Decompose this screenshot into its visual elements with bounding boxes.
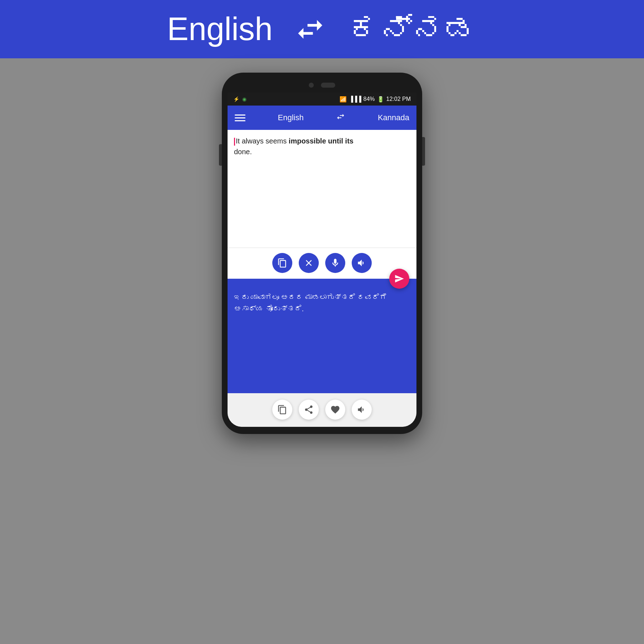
front-camera xyxy=(309,83,314,88)
app-screen: English Kannada It always seems impossib… xyxy=(228,106,416,427)
app-header: English Kannada xyxy=(228,106,416,130)
app-target-lang[interactable]: Kannada xyxy=(378,113,409,122)
menu-button[interactable] xyxy=(235,114,245,121)
favorite-button[interactable] xyxy=(325,400,345,420)
signal-icon: ▐▐▐ xyxy=(349,96,361,102)
hamburger-line-2 xyxy=(235,117,245,118)
battery-icon: 🔋 xyxy=(377,96,384,103)
phone-notch xyxy=(228,80,416,93)
speaker-input-button[interactable] xyxy=(352,253,372,273)
input-area[interactable]: It always seems impossible until itsdone… xyxy=(228,130,416,248)
top-banner: English ಕನ್ನಡ xyxy=(0,0,644,58)
output-text: ಇದು ಯಾವಾಗಲೂ ಅದರ ಮಾಡಲಾಗುತ್ತದೆ ರವರೆಗೆ ಅಸಾಧ… xyxy=(234,292,410,314)
hamburger-line-1 xyxy=(235,114,245,116)
speaker-output-button[interactable] xyxy=(352,400,372,420)
output-area: ಇದು ಯಾವಾಗಲೂ ಅದರ ಮಾಡಲಾಗುತ್ತದೆ ರವರೆಗೆ ಅಸಾಧ… xyxy=(228,279,416,393)
battery-percent: 84% xyxy=(363,96,375,102)
wifi-icon: 📶 xyxy=(340,96,347,103)
action-buttons-row xyxy=(228,248,416,279)
clear-button[interactable] xyxy=(299,253,319,273)
app-source-lang[interactable]: English xyxy=(278,113,304,122)
mic-button[interactable] xyxy=(325,253,345,273)
bottom-buttons-row xyxy=(228,393,416,427)
status-left-icons: ⚡ ◉ xyxy=(233,96,247,102)
share-button[interactable] xyxy=(299,400,319,420)
text-cursor xyxy=(234,138,235,146)
volume-button xyxy=(219,144,222,166)
status-app-icon: ◉ xyxy=(242,96,247,102)
banner-target-lang[interactable]: ಕನ್ನಡ xyxy=(348,11,477,48)
power-button xyxy=(422,137,425,166)
input-text[interactable]: It always seems impossible until itsdone… xyxy=(234,136,410,157)
banner-source-lang[interactable]: English xyxy=(167,11,273,48)
status-bar: ⚡ ◉ 📶 ▐▐▐ 84% 🔋 12:02 PM xyxy=(228,93,416,106)
status-right-info: 📶 ▐▐▐ 84% 🔋 12:02 PM xyxy=(340,96,411,103)
translate-button[interactable] xyxy=(389,269,409,289)
clipboard-button[interactable] xyxy=(272,253,292,273)
banner-swap-icon[interactable] xyxy=(294,13,326,45)
phone-device: ⚡ ◉ 📶 ▐▐▐ 84% 🔋 12:02 PM Engli xyxy=(222,73,422,434)
clock: 12:02 PM xyxy=(386,96,411,102)
hamburger-line-3 xyxy=(235,120,245,121)
usb-icon: ⚡ xyxy=(233,96,239,102)
earpiece xyxy=(321,83,335,88)
app-swap-icon[interactable] xyxy=(336,112,345,123)
background-area: ⚡ ◉ 📶 ▐▐▐ 84% 🔋 12:02 PM Engli xyxy=(0,58,644,644)
copy-output-button[interactable] xyxy=(272,400,292,420)
